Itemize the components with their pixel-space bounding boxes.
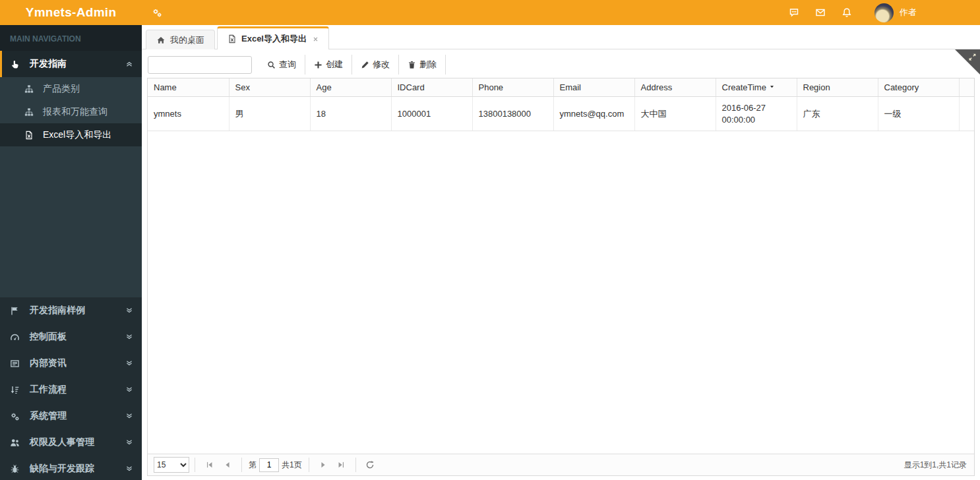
flag-icon [10, 306, 26, 316]
sidebar-item[interactable]: 开发指南样例 [0, 297, 142, 324]
pager-divider [355, 458, 356, 472]
chevdouble-up-icon [125, 60, 133, 68]
button-label: 修改 [373, 59, 390, 71]
sitemap-icon [24, 107, 40, 117]
sidebar-item-label: 系统管理 [30, 410, 67, 422]
grid-toolbar: 查询创建修改删除 [147, 53, 975, 76]
gauge-icon [10, 332, 26, 342]
column-header-category[interactable]: Category [878, 78, 959, 97]
sidebar-submenu: 产品类别报表和万能查询Excel导入和导出 [0, 77, 142, 297]
sidebar-section-label: MAIN NAVIGATION [0, 25, 142, 51]
grid-table: NameSexAgeIDCardPhoneEmailAddressCreateT… [148, 78, 974, 131]
page-first-icon[interactable] [200, 461, 218, 469]
删除-button[interactable]: 删除 [399, 55, 446, 75]
cell-phone: 13800138000 [472, 97, 553, 131]
column-header-filler [959, 78, 974, 97]
column-header-phone[interactable]: Phone [472, 78, 553, 97]
sidebar-subitem[interactable]: 产品类别 [0, 77, 142, 100]
tab[interactable]: 我的桌面 [146, 30, 215, 49]
messages-button[interactable] [781, 0, 807, 25]
column-header-address[interactable]: Address [634, 78, 716, 97]
app-root: Ymnets-Admin 作者 MAIN NAVIGATION 开发指南产品类别… [0, 0, 980, 480]
page-last-icon[interactable] [332, 461, 350, 469]
tab[interactable]: Excel导入和导出 [217, 26, 329, 49]
data-grid: NameSexAgeIDCardPhoneEmailAddressCreateT… [147, 78, 975, 476]
users-icon [10, 438, 26, 448]
column-header-sex[interactable]: Sex [229, 78, 310, 97]
cell-createtime: 2016-06-27 00:00:00 [716, 97, 797, 131]
search-input[interactable] [148, 56, 252, 74]
column-header-email[interactable]: Email [553, 78, 634, 97]
cell-idcard: 1000001 [391, 97, 472, 131]
sidebar-item[interactable]: 工作流程 [0, 376, 142, 403]
button-label: 查询 [279, 59, 296, 71]
tab-label: 我的桌面 [170, 34, 204, 46]
column-header-idcard[interactable]: IDCard [391, 78, 472, 97]
column-header-label: Category [884, 82, 919, 92]
sidebar-subitem[interactable]: Excel导入和导出 [0, 123, 142, 146]
refresh-icon[interactable] [361, 460, 379, 469]
avatar [874, 3, 894, 22]
envelope-icon [815, 7, 826, 18]
top-header: Ymnets-Admin 作者 [0, 0, 980, 25]
button-label: 删除 [419, 59, 437, 71]
search-icon [267, 61, 276, 69]
查询-button[interactable]: 查询 [259, 55, 305, 75]
sidebar-item-label: 工作流程 [30, 384, 67, 396]
column-header-age[interactable]: Age [310, 78, 391, 97]
cell-address: 大中国 [634, 97, 716, 131]
sidebar-item[interactable]: 开发指南 [0, 51, 142, 77]
column-header-label: CreateTime [722, 82, 766, 92]
table-row[interactable]: ymnets男18100000113800138000ymnets@qq.com… [148, 97, 974, 131]
notifications-button[interactable] [834, 0, 860, 25]
sidebar-item-label: 控制面板 [30, 331, 67, 343]
column-header-label: Age [317, 82, 332, 92]
page-next-icon[interactable] [315, 461, 332, 469]
mail-button[interactable] [807, 0, 834, 25]
sidebar-menu: 开发指南产品类别报表和万能查询Excel导入和导出开发指南样例控制面板内部资讯工… [0, 51, 142, 480]
sidebar-item[interactable]: 系统管理 [0, 403, 142, 429]
column-header-label: Name [154, 82, 177, 92]
pager-divider [241, 458, 242, 472]
button-label: 创建 [326, 59, 343, 71]
sidebar-toggle-button[interactable] [142, 0, 172, 25]
sidebar-item[interactable]: 缺陷与开发跟踪 [0, 456, 142, 480]
brand-logo[interactable]: Ymnets-Admin [0, 0, 142, 25]
tab-close-icon[interactable] [313, 36, 319, 42]
column-header-name[interactable]: Name [148, 78, 229, 97]
sidebar-item[interactable]: 内部资讯 [0, 350, 142, 376]
创建-button[interactable]: 创建 [305, 55, 352, 75]
column-header-createtime[interactable]: CreateTime [716, 78, 797, 97]
page-prefix-label: 第 [249, 460, 257, 471]
page-size-select[interactable]: 15 [154, 457, 189, 473]
bug-icon [10, 464, 26, 474]
column-header-region[interactable]: Region [797, 78, 878, 97]
column-header-label: Region [803, 82, 830, 92]
file-excel-icon [228, 34, 237, 44]
sitemap-icon [24, 84, 40, 94]
修改-button[interactable]: 修改 [352, 55, 399, 75]
tab-bar: 我的桌面Excel导入和导出 [142, 25, 980, 49]
page-prev-icon[interactable] [218, 461, 236, 469]
sidebar-item[interactable]: 权限及人事管理 [0, 429, 142, 456]
chevdouble-down-icon [125, 307, 133, 315]
workflow-icon [10, 385, 26, 395]
pager-divider [195, 458, 195, 472]
user-name: 作者 [900, 7, 917, 18]
caret-down-icon [769, 84, 775, 90]
tab-panel: 查询创建修改删除 NameSexAgeIDCardPhoneEmailAddre… [142, 49, 980, 480]
navbar: 作者 [142, 0, 980, 25]
cell-category: 一级 [878, 97, 959, 131]
cell-sex: 男 [229, 97, 310, 131]
sidebar-item[interactable]: 控制面板 [0, 324, 142, 350]
home-icon [156, 36, 166, 45]
chevdouble-down-icon [125, 386, 133, 394]
file-excel-icon [24, 131, 40, 140]
main-content: 我的桌面Excel导入和导出 查询创建修改删除 NameSexAgeIDCard… [142, 25, 980, 480]
sidebar-subitem[interactable]: 报表和万能查询 [0, 100, 142, 123]
page-number-input[interactable] [259, 458, 279, 472]
pager-record-info: 显示1到1,共1记录 [904, 460, 968, 471]
user-menu[interactable]: 作者 [874, 3, 917, 22]
column-header-label: Address [641, 82, 673, 92]
header-row: NameSexAgeIDCardPhoneEmailAddressCreateT… [148, 78, 974, 97]
